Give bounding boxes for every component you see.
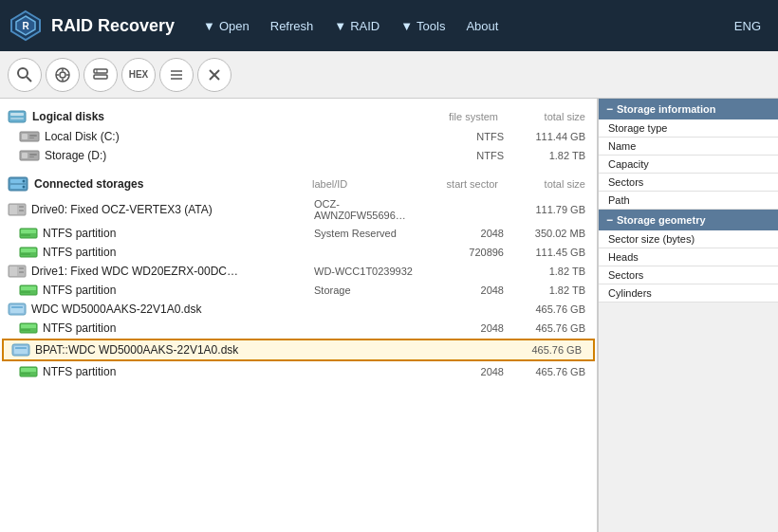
ntfs-partition5-icon xyxy=(19,366,38,377)
bpat-row[interactable]: BPAT::WDC WD5000AAKS-22V1A0.dsk 465.76 G… xyxy=(2,339,595,361)
toolbar: HEX xyxy=(0,51,778,99)
col-filesystem-label: file system xyxy=(403,111,498,122)
logical-disks-label: Logical disks xyxy=(32,110,104,123)
drive1-part1-row[interactable]: NTFS partition Storage 2048 1.82 TB xyxy=(0,281,597,300)
hex-button[interactable]: HEX xyxy=(121,58,156,92)
drive0-part1-start: 2048 xyxy=(418,228,504,239)
drive0-labelid: OCZ-AWNZ0FW55696… xyxy=(314,198,418,221)
drive1-labelid: WD-WCC1T0239932 xyxy=(314,266,418,277)
drive0-part1-label: NTFS partition xyxy=(43,227,314,240)
sector-size-row[interactable]: Sector size (bytes) xyxy=(599,230,778,248)
svg-rect-46 xyxy=(9,266,17,276)
svg-rect-36 xyxy=(9,205,17,214)
logical-disk-d[interactable]: Storage (D:) NTFS 1.82 TB xyxy=(0,146,597,165)
col-totalsize-label: total size xyxy=(504,111,589,122)
connected-storages-header: Connected storages label/ID start sector… xyxy=(0,173,597,195)
ntfs-partition2-icon xyxy=(19,247,38,258)
drive1-label: Drive1: Fixed WDC WD20EZRX-00DC… xyxy=(31,265,314,278)
drive0-part2-label: NTFS partition xyxy=(43,246,314,259)
storage-info-label: Storage information xyxy=(617,103,716,115)
nav-tools[interactable]: ▼ Tools xyxy=(391,13,454,39)
connected-storages-label: Connected storages xyxy=(34,177,143,191)
drive0-size: 111.79 GB xyxy=(504,204,589,215)
svg-point-3 xyxy=(18,68,28,78)
drive0-part1-row[interactable]: NTFS partition System Reserved 2048 350.… xyxy=(0,224,597,243)
svg-rect-23 xyxy=(22,134,28,139)
nav-raid[interactable]: ▼ RAID xyxy=(324,13,389,39)
bpat-icon xyxy=(11,343,30,357)
wdc1-part1-row[interactable]: NTFS partition 2048 465.76 GB xyxy=(0,319,597,338)
bpat-part1-label: NTFS partition xyxy=(43,365,314,378)
svg-rect-21 xyxy=(10,118,24,119)
cylinders-row[interactable]: Cylinders xyxy=(599,284,778,303)
svg-rect-24 xyxy=(29,135,37,137)
cylinders-label: Cylinders xyxy=(608,287,652,299)
storage-capacity-row[interactable]: Capacity xyxy=(599,156,778,174)
svg-point-6 xyxy=(60,72,65,78)
logo-text: RAID Recovery xyxy=(51,16,175,36)
search-button[interactable] xyxy=(8,58,42,92)
wdc1-label: WDC WD5000AAKS-22V1A0.dsk xyxy=(31,303,314,316)
disk-c-label: Local Disk (C:) xyxy=(45,130,409,143)
svg-rect-19 xyxy=(9,111,26,122)
drive0-icon xyxy=(8,203,27,216)
wdc1-part1-label: NTFS partition xyxy=(43,321,314,335)
storage-path-row[interactable]: Path xyxy=(599,192,778,210)
list-button[interactable] xyxy=(159,58,194,92)
storage-type-label: Storage type xyxy=(608,122,667,134)
logo-icon: R xyxy=(8,8,44,44)
drive1-row[interactable]: Drive1: Fixed WDC WD20EZRX-00DC… WD-WCC1… xyxy=(0,262,597,281)
logical-disks-icon xyxy=(8,110,27,123)
svg-rect-54 xyxy=(11,306,23,308)
storage-type-row[interactable]: Storage type xyxy=(599,119,778,138)
drive1-part1-label: NTFS partition xyxy=(43,284,314,297)
heads-label: Heads xyxy=(608,251,639,263)
storage-sectors-info-label: Sectors xyxy=(608,176,643,188)
bpat-part1-size: 465.76 GB xyxy=(504,366,589,377)
svg-rect-51 xyxy=(21,291,30,293)
ntfs-partition4-icon xyxy=(19,322,38,334)
analyze-icon xyxy=(54,66,71,83)
logical-disk-c[interactable]: Local Disk (C:) NTFS 111.44 GB xyxy=(0,127,597,146)
logo-area: R RAID Recovery xyxy=(8,8,175,44)
col-size-label2: total size xyxy=(504,178,589,190)
storage-name-label: Name xyxy=(608,140,636,152)
drive0-part2-row[interactable]: NTFS partition 720896 111.45 GB xyxy=(0,243,597,262)
svg-rect-50 xyxy=(21,286,36,290)
storage-info-header: − Storage information xyxy=(599,99,778,119)
drive0-row[interactable]: Drive0: Fixed OCZ-VERTEX3 (ATA) OCZ-AWNZ… xyxy=(0,195,597,224)
sectors-row[interactable]: Sectors xyxy=(599,266,778,284)
hex-label: HEX xyxy=(129,69,149,80)
storage-geometry-label: Storage geometry xyxy=(617,214,706,226)
svg-point-33 xyxy=(23,180,26,183)
sector-size-label: Sector size (bytes) xyxy=(608,233,695,245)
disk-d-size: 1.82 TB xyxy=(504,150,589,161)
nav-open[interactable]: ▼ Open xyxy=(194,13,259,39)
svg-rect-20 xyxy=(10,113,24,116)
storage-path-label: Path xyxy=(608,194,630,206)
storage-geometry-collapse[interactable]: − xyxy=(606,213,613,227)
bpat-part1-row[interactable]: NTFS partition 2048 465.76 GB xyxy=(0,362,597,381)
partition-button[interactable] xyxy=(83,58,118,92)
nav-about[interactable]: About xyxy=(456,13,508,39)
disk-d-label: Storage (D:) xyxy=(45,149,409,162)
analyze-button[interactable] xyxy=(46,58,80,92)
nav-refresh[interactable]: Refresh xyxy=(261,13,324,39)
close-button[interactable] xyxy=(197,58,232,92)
drive0-part1-labelid: System Reserved xyxy=(314,228,418,239)
storage-info-collapse[interactable]: − xyxy=(606,102,613,116)
storage-name-row[interactable]: Name xyxy=(599,138,778,156)
list-icon xyxy=(168,66,185,83)
svg-rect-11 xyxy=(94,69,107,73)
header: R RAID Recovery ▼ Open Refresh ▼ RAID ▼ … xyxy=(0,0,778,51)
search-icon xyxy=(16,66,33,83)
svg-rect-27 xyxy=(22,153,28,158)
ntfs-partition3-icon xyxy=(19,284,38,296)
svg-rect-38 xyxy=(19,210,24,211)
heads-row[interactable]: Heads xyxy=(599,248,778,266)
storage-geometry-header: − Storage geometry xyxy=(599,210,778,230)
right-panel: − Storage information Storage type Name … xyxy=(598,99,778,532)
svg-rect-28 xyxy=(29,154,37,156)
wdc1-row[interactable]: WDC WD5000AAKS-22V1A0.dsk 465.76 GB xyxy=(0,300,597,319)
storage-sectors-label-row[interactable]: Sectors xyxy=(599,174,778,192)
